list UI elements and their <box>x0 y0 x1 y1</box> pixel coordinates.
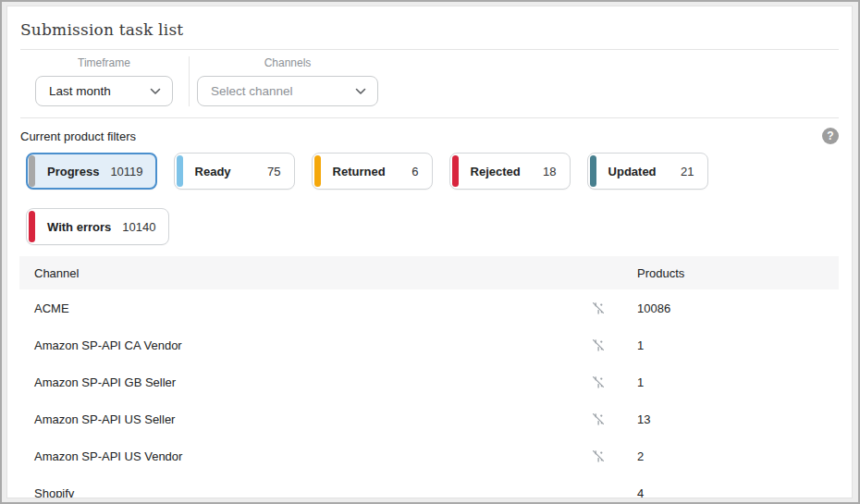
channels-select[interactable]: Select channel <box>197 76 378 106</box>
timeframe-select[interactable]: Last month <box>35 76 173 106</box>
table-row[interactable]: Amazon SP-API US Seller 13 <box>19 400 839 437</box>
filter-chip-rejected[interactable]: Rejected18 <box>449 153 571 190</box>
chip-count: 6 <box>412 165 418 178</box>
chip-accent-bar <box>452 155 459 187</box>
filter-chip-with-errors[interactable]: With errors10140 <box>26 208 169 245</box>
channel-status-cell <box>552 375 617 389</box>
muted-icon <box>591 449 606 463</box>
chip-accent-bar <box>590 155 596 187</box>
channel-status-cell <box>552 412 617 426</box>
channels-table: Channel Products ACME 10086Amazon SP-API… <box>19 256 839 498</box>
chip-count: 10119 <box>110 165 142 178</box>
channel-name: ACME <box>19 301 552 315</box>
filter-chip-progress[interactable]: Progress10119 <box>26 153 157 190</box>
channel-name: Amazon SP-API GB Seller <box>19 375 552 389</box>
table-header-row: Channel Products <box>19 256 839 289</box>
chip-label: Updated <box>608 165 657 178</box>
channel-status-cell <box>552 301 617 315</box>
column-header-channel: Channel <box>19 266 552 280</box>
channel-name: Amazon SP-API CA Vendor <box>19 338 552 352</box>
filter-bar-divider <box>189 56 190 106</box>
channel-name: Shopify <box>19 486 552 499</box>
chip-accent-bar <box>177 155 183 187</box>
table-row[interactable]: Amazon SP-API GB Seller 1 <box>19 363 839 400</box>
chevron-down-icon <box>150 88 161 95</box>
channels-filter-group: Channels Select channel <box>197 56 378 106</box>
chip-count: 18 <box>543 165 556 178</box>
products-count: 13 <box>617 412 839 426</box>
muted-icon <box>591 412 606 426</box>
screenshot-frame: Submission task list Timeframe Last mont… <box>0 0 860 504</box>
channels-placeholder: Select channel <box>211 84 293 98</box>
muted-icon <box>591 338 606 352</box>
table-row[interactable]: Amazon SP-API US Vendor 2 <box>19 437 839 474</box>
chip-accent-bar <box>29 155 35 187</box>
filter-chip-returned[interactable]: Returned6 <box>312 153 433 190</box>
products-count: 2 <box>617 449 839 463</box>
timeframe-label: Timeframe <box>35 56 173 69</box>
channel-name: Amazon SP-API US Seller <box>19 412 552 426</box>
products-count: 1 <box>617 375 839 389</box>
help-icon[interactable]: ? <box>822 128 839 144</box>
table-row[interactable]: Amazon SP-API CA Vendor 1 <box>19 326 839 363</box>
chip-accent-bar <box>29 211 35 242</box>
column-header-products: Products <box>617 266 839 280</box>
chip-label: Progress <box>47 165 99 178</box>
muted-icon <box>591 375 606 389</box>
channel-status-cell <box>552 338 617 352</box>
table-row[interactable]: Shopify4 <box>19 474 839 498</box>
channel-name: Amazon SP-API US Vendor <box>19 449 552 463</box>
chip-label: Returned <box>333 165 386 178</box>
products-count: 10086 <box>617 301 839 315</box>
page-header: Submission task list <box>20 6 839 50</box>
timeframe-filter-group: Timeframe Last month <box>35 56 173 106</box>
channel-status-cell <box>552 449 617 463</box>
chip-count: 21 <box>681 165 694 178</box>
table-row[interactable]: ACME 10086 <box>19 289 839 326</box>
table-body: ACME 10086Amazon SP-API CA Vendor 1Amazo… <box>19 289 839 498</box>
chip-label: Ready <box>195 165 231 178</box>
muted-icon <box>591 301 606 315</box>
current-filters-row: Current product filters ? <box>20 128 839 144</box>
page-title: Submission task list <box>20 20 839 39</box>
timeframe-selected-value: Last month <box>49 84 111 98</box>
filter-bar: Timeframe Last month Channels Select cha… <box>20 50 839 118</box>
chevron-down-icon <box>355 88 366 95</box>
products-count: 1 <box>617 338 839 352</box>
chip-accent-bar <box>314 155 321 187</box>
submission-task-panel: Submission task list Timeframe Last mont… <box>6 6 853 498</box>
channels-label: Channels <box>197 56 378 69</box>
products-count: 4 <box>617 486 839 499</box>
chip-count: 75 <box>267 165 280 178</box>
chip-count: 10140 <box>122 220 155 234</box>
current-filters-label: Current product filters <box>20 129 136 143</box>
product-filter-chips: Progress10119Ready75Returned6Rejected18U… <box>26 153 839 245</box>
chip-label: Rejected <box>471 165 521 178</box>
chip-label: With errors <box>47 220 111 234</box>
filter-chip-ready[interactable]: Ready75 <box>174 153 295 190</box>
filter-chip-updated[interactable]: Updated21 <box>587 153 708 190</box>
